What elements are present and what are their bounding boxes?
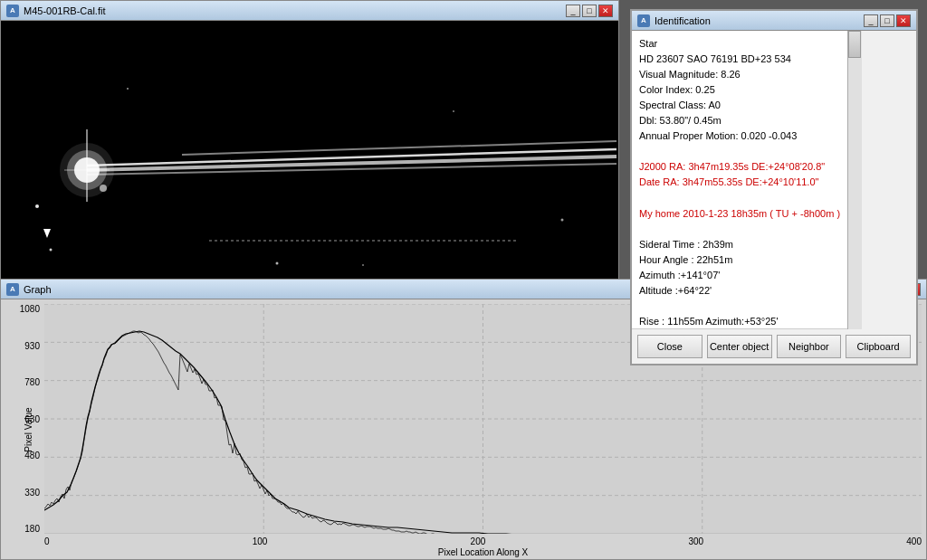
svg-point-16 xyxy=(362,264,364,266)
svg-point-12 xyxy=(276,262,279,265)
sidereal-time: Sideral Time : 2h39m xyxy=(639,237,840,252)
fits-icon: A xyxy=(6,5,19,17)
id-close-x-button[interactable]: ✕ xyxy=(896,14,911,27)
identification-window: A Identification _ □ ✕ Star HD 23607 SAO… xyxy=(630,9,918,365)
id-icon: A xyxy=(637,14,650,27)
minimize-button[interactable]: _ xyxy=(566,5,580,17)
star-id: HD 23607 SAO 76191 BD+23 534 xyxy=(639,52,840,67)
close-button[interactable]: ✕ xyxy=(598,5,613,17)
id-action-buttons: Close Center object Neighbor Clipboard xyxy=(632,329,916,364)
identification-titlebar: A Identification _ □ ✕ xyxy=(632,11,916,31)
j2000-ra: J2000 RA: 3h47m19.35s DE:+24°08'20.8" xyxy=(639,159,840,175)
svg-point-11 xyxy=(50,249,53,252)
azimuth: Azimuth :+141°07' xyxy=(639,268,840,283)
x-label-400: 400 xyxy=(906,536,922,546)
id-window-controls: _ □ ✕ xyxy=(864,14,911,27)
x-axis-title: Pixel Location Along X xyxy=(44,547,922,557)
svg-point-18 xyxy=(100,185,107,192)
y-label-930: 930 xyxy=(24,341,40,351)
rise: Rise : 11h55m Azimuth:+53°25' xyxy=(639,314,840,329)
visual-magnitude: Visual Magnitude: 8.26 xyxy=(639,67,840,82)
center-object-button[interactable]: Center object xyxy=(707,335,772,358)
id-scrollbar[interactable] xyxy=(847,31,862,329)
y-label-780: 780 xyxy=(24,377,40,387)
y-label-630: 630 xyxy=(24,414,40,424)
id-maximize-button[interactable]: □ xyxy=(880,14,894,27)
x-label-200: 200 xyxy=(471,536,486,546)
cursor-indicator xyxy=(42,229,51,242)
identification-title: Identification xyxy=(655,15,864,26)
color-index: Color Index: 0.25 xyxy=(639,82,840,98)
id-minimize-button[interactable]: _ xyxy=(864,14,878,27)
object-type: Star xyxy=(639,36,840,52)
fits-window: A M45-001RB-Cal.fit _ □ ✕ xyxy=(0,0,619,280)
x-label-100: 100 xyxy=(253,536,268,546)
x-label-300: 300 xyxy=(688,536,703,546)
svg-point-15 xyxy=(561,219,564,222)
maximize-button[interactable]: □ xyxy=(582,5,597,17)
dbl: Dbl: 53.80"/ 0.45m xyxy=(639,113,840,128)
proper-motion: Annual Proper Motion: 0.020 -0.043 xyxy=(639,128,840,144)
y-label-330: 330 xyxy=(24,488,40,498)
home-info: My home 2010-1-23 18h35m ( TU + -8h00m ) xyxy=(639,206,840,222)
date-ra: Date RA: 3h47m55.35s DE:+24°10'11.0" xyxy=(639,175,840,190)
fits-titlebar: A M45-001RB-Cal.fit _ □ ✕ xyxy=(1,1,618,21)
fits-window-controls: _ □ ✕ xyxy=(566,5,613,17)
y-label-180: 180 xyxy=(24,524,40,534)
x-label-0: 0 xyxy=(44,536,50,546)
graph-icon: A xyxy=(6,283,19,296)
clipboard-button[interactable]: Clipboard xyxy=(846,335,911,358)
fits-title: M45-001RB-Cal.fit xyxy=(24,5,566,16)
altitude: Altitude :+64°22' xyxy=(639,283,840,299)
neighbor-button[interactable]: Neighbor xyxy=(777,335,842,358)
x-axis-labels: 0 100 200 300 400 xyxy=(44,536,922,546)
fits-image-svg xyxy=(1,21,618,280)
y-label-1080: 1080 xyxy=(20,304,40,314)
svg-point-14 xyxy=(453,110,454,112)
identification-content: Star HD 23607 SAO 76191 BD+23 534 Visual… xyxy=(632,31,847,329)
y-axis-labels: 1080 930 780 630 480 330 180 xyxy=(1,304,43,534)
fits-image-area xyxy=(1,21,618,280)
close-button[interactable]: Close xyxy=(637,335,702,358)
spectral-class: Spectral Class: A0 xyxy=(639,98,840,113)
y-label-480: 480 xyxy=(24,451,40,460)
svg-point-13 xyxy=(127,88,129,90)
hour-angle: Hour Angle : 22h51m xyxy=(639,252,840,268)
svg-point-10 xyxy=(35,204,39,208)
